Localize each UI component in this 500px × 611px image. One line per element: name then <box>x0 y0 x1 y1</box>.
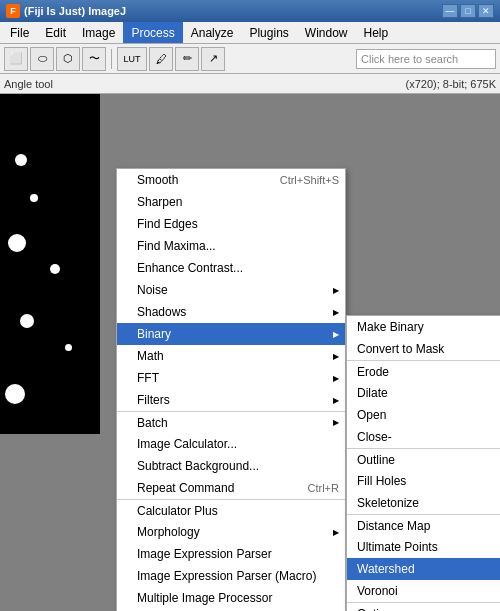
menu-img-expr-parser[interactable]: Image Expression Parser <box>117 543 345 565</box>
sub-voronoi[interactable]: Voronoi <box>347 580 500 602</box>
convert-to-mask-label: Convert to Mask <box>357 342 444 356</box>
main-area: Smooth Ctrl+Shift+S Sharpen Find Edges F… <box>0 94 500 611</box>
noise-arrow: ▶ <box>333 286 339 295</box>
multi-img-processor-label: Multiple Image Processor <box>137 591 339 605</box>
menu-repeat-command[interactable]: Repeat Command Ctrl+R <box>117 477 345 499</box>
filters-arrow: ▶ <box>333 396 339 405</box>
menu-sharpen[interactable]: Sharpen <box>117 191 345 213</box>
skeletonize-label: Skeletonize <box>357 496 419 510</box>
menu-help[interactable]: Help <box>356 22 397 43</box>
erode-label: Erode <box>357 365 389 379</box>
menu-morphology[interactable]: Morphology ▶ <box>117 521 345 543</box>
menu-binary[interactable]: Binary ▶ <box>117 323 345 345</box>
sub-erode[interactable]: Erode <box>347 360 500 382</box>
tool-poly[interactable]: ⬡ <box>56 47 80 71</box>
math-label: Math <box>137 349 329 363</box>
calculator-plus-label: Calculator Plus <box>137 504 339 518</box>
sub-dilate[interactable]: Dilate <box>347 382 500 404</box>
tool-rect[interactable]: ⬜ <box>4 47 28 71</box>
distance-map-label: Distance Map <box>357 519 430 533</box>
morphology-label: Morphology <box>137 525 329 539</box>
sub-skeletonize[interactable]: Skeletonize <box>347 492 500 514</box>
minimize-button[interactable]: — <box>442 4 458 18</box>
img-expr-parser-label: Image Expression Parser <box>137 547 339 561</box>
dilate-label: Dilate <box>357 386 388 400</box>
close-button[interactable]: ✕ <box>478 4 494 18</box>
ultimate-points-label: Ultimate Points <box>357 540 438 554</box>
sub-close[interactable]: Close- <box>347 426 500 448</box>
menu-multi-img-processor[interactable]: Multiple Image Processor <box>117 587 345 609</box>
menu-math[interactable]: Math ▶ <box>117 345 345 367</box>
binary-arrow: ▶ <box>333 330 339 339</box>
morphology-arrow: ▶ <box>333 528 339 537</box>
image-info: (x720); 8-bit; 675K <box>406 78 497 90</box>
img-expr-parser-macro-label: Image Expression Parser (Macro) <box>137 569 339 583</box>
find-maxima-label: Find Maxima... <box>137 239 339 253</box>
tool-lut[interactable]: LUT <box>117 47 147 71</box>
menu-bar: File Edit Image Process Analyze Plugins … <box>0 22 500 44</box>
sub-convert-to-mask[interactable]: Convert to Mask <box>347 338 500 360</box>
sub-fill-holes[interactable]: Fill Holes <box>347 470 500 492</box>
sub-outline[interactable]: Outline <box>347 448 500 470</box>
noise-label: Noise <box>137 283 329 297</box>
sub-distance-map[interactable]: Distance Map <box>347 514 500 536</box>
binary-label: Binary <box>137 327 329 341</box>
title-controls: — □ ✕ <box>442 4 494 18</box>
menu-shadows[interactable]: Shadows ▶ <box>117 301 345 323</box>
menu-file[interactable]: File <box>2 22 37 43</box>
menu-noise[interactable]: Noise ▶ <box>117 279 345 301</box>
sub-open[interactable]: Open <box>347 404 500 426</box>
close-label: Close- <box>357 430 392 444</box>
repeat-shortcut: Ctrl+R <box>308 482 339 494</box>
make-binary-label: Make Binary <box>357 320 424 334</box>
maximize-button[interactable]: □ <box>460 4 476 18</box>
tool-oval[interactable]: ⬭ <box>30 47 54 71</box>
tool-b3[interactable]: ↗ <box>201 47 225 71</box>
sub-watershed[interactable]: Watershed <box>347 558 500 580</box>
watershed-label: Watershed <box>357 562 415 576</box>
sub-ultimate-points[interactable]: Ultimate Points <box>347 536 500 558</box>
menu-enhance-contrast[interactable]: Enhance Contrast... <box>117 257 345 279</box>
menu-find-maxima[interactable]: Find Maxima... <box>117 235 345 257</box>
menu-edit[interactable]: Edit <box>37 22 74 43</box>
smooth-shortcut: Ctrl+Shift+S <box>280 174 339 186</box>
menu-image-calculator[interactable]: Image Calculator... <box>117 433 345 455</box>
repeat-command-label: Repeat Command <box>137 481 288 495</box>
menu-filters[interactable]: Filters ▶ <box>117 389 345 411</box>
menu-subtract-bg[interactable]: Subtract Background... <box>117 455 345 477</box>
toolbar: ⬜ ⬭ ⬡ 〜 LUT 🖊 ✏ ↗ Click here to search <box>0 44 500 74</box>
menu-plugins[interactable]: Plugins <box>241 22 296 43</box>
sharpen-label: Sharpen <box>137 195 339 209</box>
app-title: (Fiji Is Just) ImageJ <box>24 5 126 17</box>
tool-freehand[interactable]: 〜 <box>82 47 106 71</box>
tool-b2[interactable]: ✏ <box>175 47 199 71</box>
fft-arrow: ▶ <box>333 374 339 383</box>
open-label: Open <box>357 408 386 422</box>
math-arrow: ▶ <box>333 352 339 361</box>
menu-fft[interactable]: FFT ▶ <box>117 367 345 389</box>
tool-b1[interactable]: 🖊 <box>149 47 173 71</box>
status-bar: Angle tool (x720); 8-bit; 675K <box>0 74 500 94</box>
menu-image[interactable]: Image <box>74 22 123 43</box>
menu-smooth[interactable]: Smooth Ctrl+Shift+S <box>117 169 345 191</box>
outline-label: Outline <box>357 453 395 467</box>
search-placeholder: Click here to search <box>361 53 458 65</box>
search-box[interactable]: Click here to search <box>356 49 496 69</box>
enhance-contrast-label: Enhance Contrast... <box>137 261 339 275</box>
title-bar-left: F (Fiji Is Just) ImageJ <box>6 4 126 18</box>
options-label: Options... <box>357 607 408 612</box>
batch-arrow: ▶ <box>333 418 339 427</box>
menu-batch[interactable]: Batch ▶ <box>117 411 345 433</box>
menu-process[interactable]: Process <box>123 22 182 43</box>
filters-label: Filters <box>137 393 329 407</box>
menu-analyze[interactable]: Analyze <box>183 22 242 43</box>
image-calculator-label: Image Calculator... <box>137 437 339 451</box>
menu-img-expr-parser-macro[interactable]: Image Expression Parser (Macro) <box>117 565 345 587</box>
sub-make-binary[interactable]: Make Binary <box>347 316 500 338</box>
menu-window[interactable]: Window <box>297 22 356 43</box>
voronoi-label: Voronoi <box>357 584 398 598</box>
menu-find-edges[interactable]: Find Edges <box>117 213 345 235</box>
sub-options[interactable]: Options... <box>347 602 500 611</box>
fft-label: FFT <box>137 371 329 385</box>
menu-calculator-plus[interactable]: Calculator Plus <box>117 499 345 521</box>
